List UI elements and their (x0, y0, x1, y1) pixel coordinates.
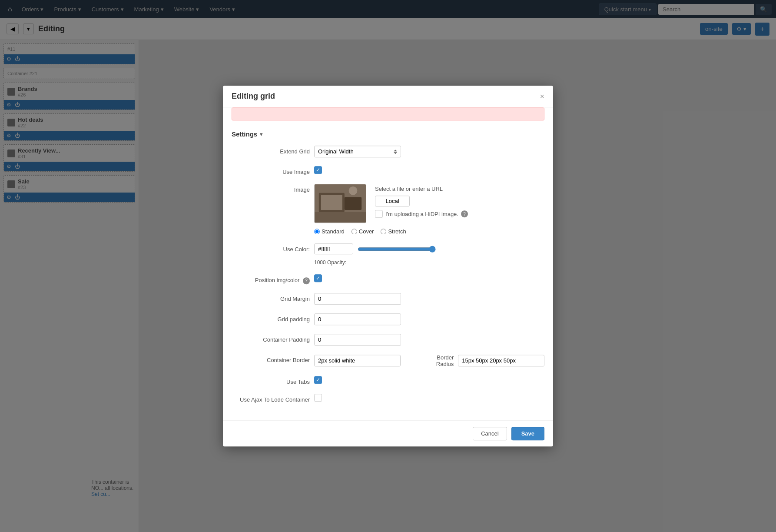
border-radius-input[interactable] (458, 355, 544, 366)
image-label: Image (232, 184, 310, 193)
use-image-label: Use Image (232, 166, 310, 175)
border-controls: Border Radius (314, 354, 544, 367)
hidpi-help-icon[interactable]: ? (461, 210, 468, 217)
opacity-label: 1000 Opacity: (314, 259, 544, 266)
use-tabs-row: Use Tabs ✓ (232, 372, 544, 389)
grid-margin-row: Grid Margin (232, 289, 544, 309)
image-thumbnail[interactable] (314, 184, 366, 223)
select-file-label: Select a file or enter a URL (375, 186, 468, 192)
use-ajax-label: Use Ajax To Lode Container (232, 394, 310, 403)
image-row: Image (232, 180, 544, 239)
extend-grid-label: Extend Grid (232, 146, 310, 155)
extend-grid-select[interactable]: Original Width Full Width Container Widt… (314, 146, 401, 157)
use-tabs-label: Use Tabs (232, 376, 310, 385)
svg-point-4 (349, 186, 358, 195)
save-button[interactable]: Save (511, 427, 544, 440)
cancel-button[interactable]: Cancel (473, 427, 507, 440)
image-mode-radios: Standard Cover Stretch (314, 228, 544, 235)
grid-padding-row: Grid padding (232, 309, 544, 329)
border-radius-label: Border Radius (418, 354, 454, 367)
settings-section: Settings ▾ Extend Grid Original Width Fu… (232, 127, 544, 407)
use-ajax-checkbox[interactable] (314, 394, 322, 402)
use-color-control: 1000 Opacity: (314, 243, 544, 266)
position-help-icon[interactable]: ? (303, 277, 310, 284)
image-preview (315, 184, 366, 223)
svg-rect-5 (315, 212, 366, 223)
modal-title: Editing grid (232, 92, 275, 101)
extend-grid-control: Original Width Full Width Container Widt… (314, 146, 544, 157)
position-img-color-label: Position img/color ? (232, 274, 310, 284)
use-image-checkbox[interactable]: ✓ (314, 166, 322, 174)
settings-arrow-icon: ▾ (260, 131, 262, 137)
opacity-slider-container (358, 246, 436, 253)
hidpi-checkbox[interactable] (375, 210, 383, 218)
use-ajax-row: Use Ajax To Lode Container (232, 389, 544, 407)
svg-rect-3 (345, 197, 361, 210)
image-control: Select a file or enter a URL Local I'm u… (314, 184, 544, 235)
extend-grid-row: Extend Grid Original Width Full Width Co… (232, 141, 544, 162)
modal-footer: Cancel Save (223, 420, 553, 446)
use-image-row: Use Image ✓ (232, 162, 544, 180)
use-tabs-control: ✓ (314, 376, 544, 384)
container-padding-row: Container Padding (232, 329, 544, 350)
container-padding-input[interactable] (314, 334, 401, 346)
modal-header: Editing grid × (223, 86, 553, 107)
use-ajax-control (314, 394, 544, 402)
svg-rect-2 (321, 195, 342, 210)
grid-margin-input[interactable] (314, 293, 401, 305)
error-strip (232, 107, 544, 120)
modal-close-button[interactable]: × (540, 93, 544, 100)
editing-grid-modal: Editing grid × Settings ▾ Extend Grid Or… (223, 86, 553, 446)
border-row: Container Border Border Radius (232, 350, 544, 372)
opacity-slider[interactable] (358, 246, 436, 253)
container-border-input[interactable] (314, 355, 401, 366)
container-padding-label: Container Padding (232, 334, 310, 343)
container-padding-control (314, 334, 544, 346)
settings-toggle[interactable]: Settings ▾ (232, 127, 544, 141)
position-img-color-control: ✓ (314, 274, 544, 282)
grid-padding-control (314, 313, 544, 325)
container-border-label: Container Border (232, 354, 310, 363)
position-img-color-checkbox[interactable]: ✓ (314, 274, 322, 282)
grid-padding-label: Grid padding (232, 313, 310, 323)
hidpi-row: I'm uploading a HiDPI image. ? (375, 210, 468, 218)
use-color-row: Use Color: 1000 Opacity: (232, 239, 544, 270)
grid-margin-label: Grid Margin (232, 293, 310, 302)
image-right-panel: Select a file or enter a URL Local I'm u… (375, 184, 468, 218)
color-input[interactable] (314, 243, 353, 254)
grid-padding-input[interactable] (314, 313, 401, 325)
use-tabs-checkbox[interactable]: ✓ (314, 376, 322, 384)
use-color-label: Use Color: (232, 243, 310, 253)
radio-cover[interactable]: Cover (352, 228, 374, 235)
grid-margin-control (314, 293, 544, 305)
modal-body: Settings ▾ Extend Grid Original Width Fu… (223, 107, 553, 420)
use-image-control: ✓ (314, 166, 544, 174)
position-img-color-row: Position img/color ? ✓ (232, 270, 544, 289)
local-button[interactable]: Local (375, 196, 410, 206)
border-radius-pair: Border Radius (418, 354, 544, 367)
radio-stretch[interactable]: Stretch (381, 228, 406, 235)
radio-standard[interactable]: Standard (314, 228, 345, 235)
